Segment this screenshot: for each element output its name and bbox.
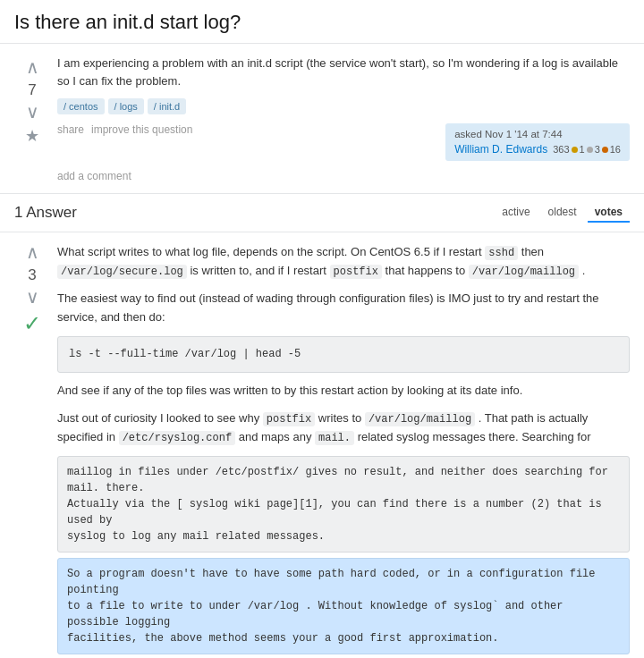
para1-code2: /var/log/secure.log — [57, 265, 187, 279]
code-block-program: So a program doesn't have to have some p… — [57, 558, 630, 654]
user-info: William D. Edwards 363 1 3 16 — [454, 143, 621, 156]
answer-para-3: And see if any of the top files was writ… — [57, 382, 630, 401]
para1-code1: sshd — [485, 246, 518, 260]
question-actions: share improve this question asked Nov 1 … — [57, 123, 630, 161]
answers-header: 1 Answer active oldest votes — [0, 194, 644, 232]
tag-logs[interactable]: / logs — [108, 98, 144, 114]
para4-text1: Just out of curiosity I looked to see wh… — [57, 411, 259, 425]
bronze-dot — [602, 147, 608, 153]
answer-vote-count: 3 — [28, 266, 36, 284]
tab-votes[interactable]: votes — [588, 203, 630, 223]
para4-code4: mail. — [315, 431, 354, 445]
share-link[interactable]: share — [57, 123, 84, 136]
answer-para-1: What script writes to what log file, dep… — [57, 243, 630, 281]
answer-container: ∧ 3 ∨ ✓ What script writes to what log f… — [0, 232, 644, 658]
add-comment-link[interactable]: add a comment — [57, 170, 630, 182]
tab-active[interactable]: active — [495, 203, 537, 223]
para4-code2: /var/log/maillog — [365, 412, 475, 426]
accepted-checkmark: ✓ — [23, 311, 41, 336]
tag-centos[interactable]: / centos — [57, 98, 105, 114]
para1-end: . — [582, 264, 586, 277]
para1-text1: What script writes to what log file, dep… — [57, 245, 482, 258]
answer-body: What script writes to what log file, dep… — [50, 243, 630, 658]
para1-code3: postfix — [330, 265, 382, 279]
vote-down-button[interactable]: ∨ — [26, 103, 39, 121]
bronze-count: 16 — [610, 144, 621, 155]
asked-box: asked Nov 1 '14 at 7:44 William D. Edwar… — [445, 123, 630, 161]
tab-oldest[interactable]: oldest — [541, 203, 584, 223]
para4-text2b: writes to — [318, 411, 361, 425]
para1-text3: is written to, and if I restart — [190, 264, 326, 277]
rep-score: 363 — [553, 144, 569, 155]
answer-vote-up-button[interactable]: ∧ — [26, 243, 39, 261]
sort-tabs: active oldest votes — [495, 203, 630, 223]
para1-text2b: then — [521, 245, 544, 258]
gold-dot — [572, 147, 578, 153]
user-name[interactable]: William D. Edwards — [454, 143, 547, 156]
question-text: I am experiencing a problem with an init… — [57, 55, 630, 89]
answer-vote-down-button[interactable]: ∨ — [26, 288, 39, 306]
para4-code3: /etc/rsyslog.conf — [119, 431, 235, 445]
tag-initd[interactable]: / init.d — [148, 98, 186, 114]
improve-link[interactable]: improve this question — [91, 123, 192, 136]
question-container: ∧ 7 ∨ ★ I am experiencing a problem with… — [0, 44, 644, 194]
vote-column: ∧ 7 ∨ ★ — [14, 55, 50, 182]
vote-up-button[interactable]: ∧ — [26, 58, 39, 76]
favorite-button[interactable]: ★ — [25, 126, 39, 146]
asked-date: asked Nov 1 '14 at 7:44 — [454, 129, 621, 139]
answer-para-2: The easiest way to find out (instead of … — [57, 290, 630, 327]
para4-text5: related syslog messages there. Searching… — [358, 430, 591, 443]
page-title: Is there an init.d start log? — [0, 0, 644, 44]
answers-count: 1 Answer — [14, 204, 77, 222]
para4-text4b: and maps any — [239, 430, 312, 443]
para4-code1: postfix — [263, 412, 315, 426]
code-block-syslog: maillog in files under /etc/postfix/ giv… — [57, 456, 630, 553]
para1-text4b: that happens to — [386, 264, 466, 277]
code-block-ls: ls -t --full-time /var/log | head -5 — [57, 336, 630, 373]
answer-para-4: Just out of curiosity I looked to see wh… — [57, 409, 630, 447]
tags-container: / centos / logs / init.d — [57, 98, 630, 114]
gold-count: 1 — [580, 144, 585, 155]
answer-vote-column: ∧ 3 ∨ ✓ — [14, 243, 50, 658]
question-body: I am experiencing a problem with an init… — [50, 55, 630, 182]
silver-dot — [587, 147, 593, 153]
vote-count: 7 — [28, 81, 36, 99]
action-links: share improve this question — [57, 123, 192, 136]
para1-code4: /var/log/maillog — [469, 265, 579, 279]
silver-count: 3 — [595, 144, 600, 155]
user-rep: 363 1 3 16 — [553, 144, 621, 155]
